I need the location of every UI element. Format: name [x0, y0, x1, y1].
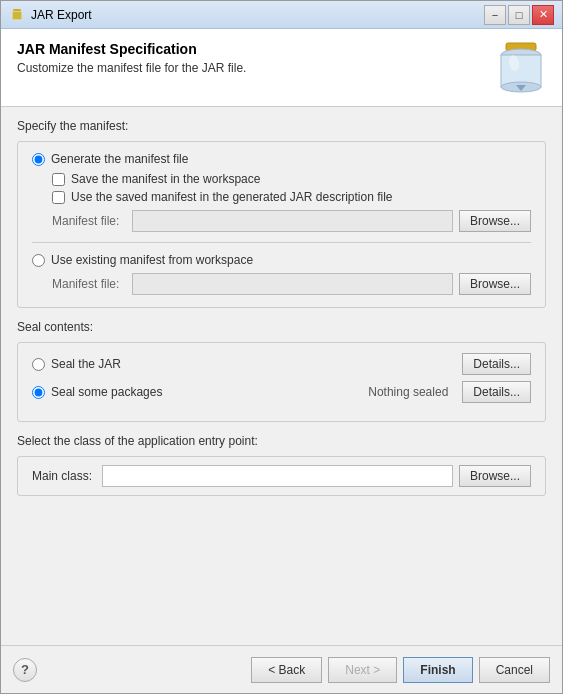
- minimize-button[interactable]: −: [484, 5, 506, 25]
- title-bar: JAR Export − □ ✕: [1, 1, 562, 29]
- finish-button[interactable]: Finish: [403, 657, 472, 683]
- main-content: Specify the manifest: Generate the manif…: [1, 107, 562, 645]
- seal-jar-left: Seal the JAR: [32, 357, 121, 371]
- window-title: JAR Export: [31, 8, 484, 22]
- back-button[interactable]: < Back: [251, 657, 322, 683]
- manifest-file-row: Manifest file: Browse...: [52, 210, 531, 232]
- seal-jar-radio[interactable]: [32, 358, 45, 371]
- manifest-file2-label: Manifest file:: [52, 277, 132, 291]
- seal-some-left: Seal some packages: [32, 385, 162, 399]
- seal-jar-row: Seal the JAR Details...: [32, 353, 531, 375]
- seal-jar-label: Seal the JAR: [51, 357, 121, 371]
- manifest-section-label: Specify the manifest:: [17, 119, 546, 133]
- footer-buttons: < Back Next > Finish Cancel: [251, 657, 550, 683]
- next-button[interactable]: Next >: [328, 657, 397, 683]
- cancel-button[interactable]: Cancel: [479, 657, 550, 683]
- page-subtitle: Customize the manifest file for the JAR …: [17, 61, 486, 75]
- nothing-sealed-text: Nothing sealed: [368, 385, 448, 399]
- use-saved-manifest-row: Use the saved manifest in the generated …: [52, 190, 531, 204]
- use-saved-manifest-checkbox[interactable]: [52, 191, 65, 204]
- title-bar-buttons: − □ ✕: [484, 5, 554, 25]
- use-existing-manifest-label: Use existing manifest from workspace: [51, 253, 253, 267]
- manifest-browse-button[interactable]: Browse...: [459, 210, 531, 232]
- divider-1: [32, 242, 531, 243]
- seal-some-radio[interactable]: [32, 386, 45, 399]
- main-class-input[interactable]: [102, 465, 453, 487]
- entry-point-label: Select the class of the application entr…: [17, 434, 546, 448]
- entry-point-section: Select the class of the application entr…: [17, 434, 546, 496]
- seal-section-label: Seal contents:: [17, 320, 546, 334]
- manifest-file-label: Manifest file:: [52, 214, 132, 228]
- use-existing-manifest-row: Use existing manifest from workspace: [32, 253, 531, 267]
- restore-button[interactable]: □: [508, 5, 530, 25]
- footer: ? < Back Next > Finish Cancel: [1, 645, 562, 693]
- save-manifest-checkbox[interactable]: [52, 173, 65, 186]
- main-class-row: Main class: Browse...: [17, 456, 546, 496]
- generate-manifest-label: Generate the manifest file: [51, 152, 188, 166]
- generate-manifest-radio[interactable]: [32, 153, 45, 166]
- svg-rect-2: [13, 12, 21, 19]
- manifest-file2-row: Manifest file: Browse...: [52, 273, 531, 295]
- seal-jar-details-button[interactable]: Details...: [462, 353, 531, 375]
- generate-manifest-row: Generate the manifest file: [32, 152, 531, 166]
- header-section: JAR Manifest Specification Customize the…: [1, 29, 562, 107]
- seal-some-right: Nothing sealed Details...: [368, 381, 531, 403]
- main-class-label: Main class:: [32, 469, 102, 483]
- save-manifest-row: Save the manifest in the workspace: [52, 172, 531, 186]
- use-saved-manifest-label: Use the saved manifest in the generated …: [71, 190, 393, 204]
- use-existing-manifest-radio[interactable]: [32, 254, 45, 267]
- manifest-file-input[interactable]: [132, 210, 453, 232]
- close-button[interactable]: ✕: [532, 5, 554, 25]
- manifest-file2-input[interactable]: [132, 273, 453, 295]
- window-icon: [9, 7, 25, 23]
- seal-some-details-button[interactable]: Details...: [462, 381, 531, 403]
- main-class-browse-button[interactable]: Browse...: [459, 465, 531, 487]
- manifest-group: Generate the manifest file Save the mani…: [17, 141, 546, 308]
- jar-icon: [496, 41, 546, 96]
- page-title: JAR Manifest Specification: [17, 41, 486, 57]
- seal-some-row: Seal some packages Nothing sealed Detail…: [32, 381, 531, 403]
- seal-some-label: Seal some packages: [51, 385, 162, 399]
- manifest-browse2-button[interactable]: Browse...: [459, 273, 531, 295]
- header-text: JAR Manifest Specification Customize the…: [17, 41, 486, 75]
- seal-group: Seal the JAR Details... Seal some packag…: [17, 342, 546, 422]
- help-button[interactable]: ?: [13, 658, 37, 682]
- footer-left: ?: [13, 658, 37, 682]
- window: JAR Export − □ ✕ JAR Manifest Specificat…: [0, 0, 563, 694]
- svg-rect-0: [13, 9, 21, 11]
- save-manifest-label: Save the manifest in the workspace: [71, 172, 260, 186]
